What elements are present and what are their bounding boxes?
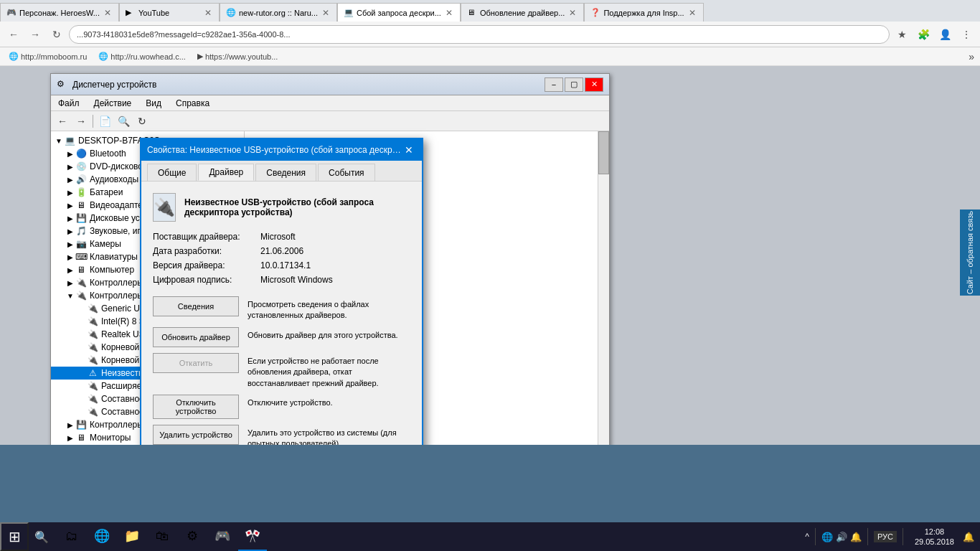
dialog-tab-События[interactable]: События	[318, 164, 375, 181]
taskbar-apps: 🗂 🌐 📁 🛍 ⚙ 🎮 🎌	[57, 522, 267, 551]
bookmarks-more[interactable]: »	[969, 51, 974, 62]
driver-action-desc-удалить-устройство: Удалить это устройство из системы (для о…	[248, 425, 410, 445]
bookmark-star[interactable]: ★	[892, 25, 911, 44]
notification-tray-icon[interactable]: 🔔	[850, 532, 862, 542]
browser-tab-3[interactable]: 🌐 new-rutor.org :: Naru... ✕	[220, 3, 337, 22]
device-manager-menu: Файл Действие Вид Справка	[51, 95, 609, 111]
tree-item-icon: ⌨	[75, 251, 87, 263]
tree-expand: ▶	[65, 421, 75, 429]
language-indicator[interactable]: РУС	[874, 531, 897, 542]
driver-action-обновить-драйвер[interactable]: Обновить драйвер	[153, 327, 239, 347]
clock-date: 29.05.2018	[915, 537, 954, 547]
bookmark-2-label: http://ru.wowhead.c...	[110, 52, 186, 61]
search-button[interactable]: 🔍	[32, 527, 52, 547]
taskbar-browser[interactable]: 🎌	[238, 522, 267, 551]
browser-tab-5[interactable]: 🖥 Обновление драйвер... ✕	[461, 3, 585, 22]
dialog-tab-Общие[interactable]: Общие	[147, 164, 197, 181]
toolbar-properties[interactable]: 📄	[96, 113, 113, 129]
tab-favicon-6: ❓	[590, 8, 600, 18]
nav-bar: ← → ↻ ★ 🧩 👤 ⋮	[0, 22, 980, 47]
profile-button[interactable]: 👤	[936, 25, 954, 44]
taskbar-taskview[interactable]: 🗂	[57, 522, 86, 551]
driver-action-desc-откатить: Если устройство не работает после обновл…	[248, 353, 410, 389]
tab-close-1[interactable]: ✕	[103, 8, 113, 18]
taskbar-game2[interactable]: 🎮	[208, 522, 237, 551]
menu-file[interactable]: Файл	[51, 95, 87, 111]
tab-bar: 🎮 Персонаж. HeroesW... ✕ ▶ YouTube ✕ 🌐 n…	[0, 0, 980, 22]
dialog-close-button[interactable]: ✕	[402, 143, 416, 157]
menu-view[interactable]: Вид	[138, 95, 169, 111]
tree-expand: ▶	[65, 434, 75, 442]
driver-signature-row: Цифровая подпись: Microsoft Windows	[153, 275, 410, 285]
dialog-tab-Сведения[interactable]: Сведения	[255, 164, 316, 181]
version-value: 10.0.17134.1	[260, 260, 311, 270]
tab-close-4[interactable]: ✕	[444, 8, 454, 18]
scrollbar-track[interactable]	[598, 131, 609, 445]
feedback-panel[interactable]: Сайт – обратная связь	[960, 209, 980, 296]
menu-help[interactable]: Справка	[169, 95, 217, 111]
driver-action-отключить-устройство[interactable]: Отключить устройство	[153, 395, 239, 419]
toolbar-scan[interactable]: 🔍	[115, 113, 132, 129]
network-tray-icon[interactable]: 🌐	[821, 532, 833, 542]
version-label: Версия драйвера:	[153, 260, 260, 270]
driver-action-сведения[interactable]: Сведения	[153, 296, 239, 316]
bookmark-3[interactable]: ▶ https://www.youtub...	[194, 50, 281, 64]
taskbar-settings2[interactable]: ⚙	[178, 522, 207, 551]
tree-expand: ▼	[65, 292, 75, 300]
bookmark-1[interactable]: 🌐 http://mmoboom.ru	[6, 50, 90, 64]
volume-tray-icon[interactable]: 🔊	[836, 532, 847, 542]
start-button[interactable]: ⊞	[0, 522, 29, 551]
driver-action-удалить-устройство[interactable]: Удалить устройство	[153, 425, 239, 445]
tree-item-label: Bluetooth	[90, 149, 126, 159]
back-button[interactable]: ←	[4, 25, 23, 44]
toolbar-forward[interactable]: →	[72, 113, 90, 129]
tab-close-6[interactable]: ✕	[687, 8, 697, 18]
notifications-bell[interactable]: 🔔	[963, 532, 974, 542]
tree-item-label: Компьютер	[90, 265, 134, 275]
show-hidden-icons[interactable]: ^	[805, 532, 809, 542]
reload-button[interactable]: ↻	[47, 25, 66, 44]
tab-close-3[interactable]: ✕	[321, 8, 331, 18]
tree-item-label: Камеры	[90, 239, 121, 249]
tab-close-2[interactable]: ✕	[203, 8, 213, 18]
browser-tab-4[interactable]: 💻 Сбой запроса дескри... ✕	[337, 3, 461, 22]
tree-expand: ▶	[65, 189, 75, 197]
address-bar[interactable]	[69, 25, 890, 44]
taskbar-explorer[interactable]: 📁	[118, 522, 146, 551]
browser-tab-1[interactable]: 🎮 Персонаж. HeroesW... ✕	[0, 3, 119, 22]
dialog-titlebar: Свойства: Неизвестное USB-устройство (сб…	[141, 139, 422, 161]
tree-expand: ▶	[65, 202, 75, 209]
driver-btn-row: Отключить устройство Отключите устройств…	[153, 395, 410, 419]
bookmark-2[interactable]: 🌐 http://ru.wowhead.c...	[95, 50, 189, 64]
extensions-button[interactable]: 🧩	[914, 25, 933, 44]
taskbar-edge[interactable]: 🌐	[88, 522, 116, 551]
driver-action-desc-обновить-драйвер: Обновить драйвер для этого устройства.	[248, 327, 410, 341]
tree-item-icon: 💾	[75, 419, 87, 430]
driver-btn-row: Откатить Если устройство не работает пос…	[153, 353, 410, 389]
menu-action[interactable]: Действие	[87, 95, 139, 111]
minimize-button[interactable]: −	[545, 77, 563, 92]
tab-title-1: Персонаж. HeroesW...	[19, 9, 100, 17]
bookmark-1-icon: 🌐	[9, 52, 19, 61]
tab-title-2: YouTube	[138, 9, 200, 17]
toolbar-refresh[interactable]: ↻	[133, 113, 151, 129]
forward-button[interactable]: →	[26, 25, 44, 44]
tree-expand: ▶	[65, 227, 75, 235]
feedback-label: Сайт – обратная связь	[966, 211, 974, 294]
menu-button[interactable]: ⋮	[957, 25, 976, 44]
close-button[interactable]: ✕	[585, 77, 603, 92]
tree-item-icon: 🔵	[75, 148, 87, 159]
maximize-button[interactable]: ▢	[565, 77, 583, 92]
dialog-tab-Драйвер[interactable]: Драйвер	[198, 164, 254, 181]
desktop	[0, 445, 980, 522]
tree-expand: ▶	[65, 266, 75, 274]
scrollbar-thumb[interactable]	[598, 131, 609, 174]
tray-clock[interactable]: 12:08 29.05.2018	[909, 527, 960, 547]
driver-action-desc-отключить-устройство: Отключите устройство.	[248, 395, 410, 408]
taskbar-store[interactable]: 🛍	[148, 522, 176, 551]
browser-tab-6[interactable]: ❓ Поддержка для Insp... ✕	[584, 3, 703, 22]
tab-close-5[interactable]: ✕	[567, 8, 578, 18]
date-value: 21.06.2006	[260, 246, 303, 256]
browser-tab-2[interactable]: ▶ YouTube ✕	[119, 3, 220, 22]
toolbar-back[interactable]: ←	[54, 113, 71, 129]
